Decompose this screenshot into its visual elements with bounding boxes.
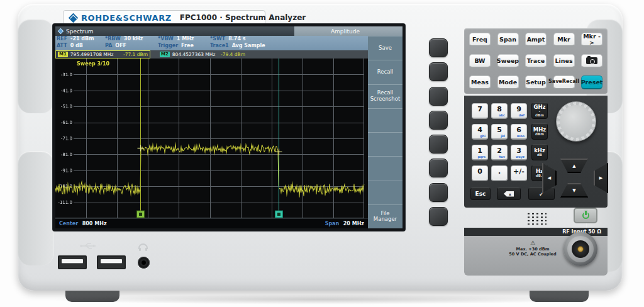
menu-item-save[interactable]: Save	[368, 36, 402, 60]
setting-value: Free	[181, 43, 194, 48]
key-meas[interactable]: Meas	[469, 75, 491, 89]
setting-att: ATT0 dB	[57, 43, 83, 48]
digit-sub-label: ghi	[480, 134, 486, 138]
unit-key-ghz[interactable]: GHz-dBm	[531, 103, 548, 119]
key-mkr-[interactable]: Mkr ->	[581, 33, 602, 47]
center-label: Center	[59, 221, 78, 226]
marker-1-level: -77.1 dBm	[123, 52, 148, 57]
marker-2-level: -79.4 dBm	[221, 52, 245, 57]
backspace-key[interactable]: x	[497, 187, 521, 200]
key-trace[interactable]: Trace	[525, 54, 547, 68]
esc-key-key[interactable]: Esc	[470, 187, 491, 200]
key-line: Recall	[562, 79, 579, 84]
digit-key-2[interactable]: 2tuv	[491, 145, 508, 160]
span-frequency: Span 20 MHz	[325, 221, 364, 226]
unit-key-mhz[interactable]: MHzdBm	[531, 123, 548, 140]
key-preset[interactable]: Preset	[581, 75, 602, 89]
digit-key-9[interactable]: 9def	[511, 103, 527, 119]
usb-port-2[interactable]	[97, 255, 126, 269]
softkey-button-4[interactable]	[429, 111, 448, 130]
setting-label: Trigger	[158, 43, 178, 48]
rf-input-connector[interactable]	[564, 232, 597, 266]
digit-label: 7	[472, 105, 487, 113]
digit-key-6[interactable]: 6mno	[511, 124, 527, 140]
digit-key-plus-minus[interactable]: +/-	[511, 165, 527, 181]
key-line: Save	[548, 79, 562, 84]
headphone-jack[interactable]	[138, 257, 150, 269]
digit-label: 8	[492, 105, 507, 113]
setting-trigger: TriggerFree	[158, 43, 194, 48]
key-lines[interactable]: Lines	[553, 54, 575, 68]
key-mkr[interactable]: Mkr	[553, 33, 575, 47]
setting-value: 30 kHz	[124, 36, 143, 42]
digit-label: 6	[511, 126, 526, 134]
digit-key-0[interactable]: 0	[472, 165, 488, 181]
key-sweep[interactable]: Sweep	[497, 54, 519, 68]
camera-icon	[586, 57, 597, 64]
spectrum-trace-canvas	[55, 59, 368, 218]
setting-value: Avg Sample	[232, 43, 265, 48]
check-key[interactable]: ✓	[528, 187, 555, 200]
digit-key-8[interactable]: 8abc	[491, 103, 508, 119]
key-ampt[interactable]: Ampt	[525, 33, 547, 47]
softkey-button-2[interactable]	[429, 62, 448, 81]
rotary-knob[interactable]	[556, 101, 596, 142]
spectrum-graticule: Sweep 3/10	[55, 59, 368, 218]
setting-value: -21 dBm	[70, 36, 94, 42]
key-freq[interactable]: Freq	[469, 33, 491, 47]
menu-item-recall-screenshot[interactable]: Recall Screenshot	[368, 84, 402, 108]
usb-port-1[interactable]	[58, 255, 87, 269]
arrow-up-icon: ▲	[572, 164, 575, 169]
digit-key-1[interactable]: 1pqrs	[472, 145, 488, 160]
lcd-screen: Spectrum Amplitude REF-21 dBm*RBW30 kHz*…	[55, 26, 402, 228]
digit-key-dot[interactable]: .	[491, 165, 508, 181]
marker-2-readout[interactable]: M2 804.4527363 MHz -79.4 dBm	[158, 50, 247, 59]
menu-item-file-manager[interactable]: File Manager	[368, 204, 402, 228]
softkey-button-6[interactable]	[429, 159, 448, 177]
unit-key-khz[interactable]: kHzdB	[531, 144, 548, 160]
digit-key-5[interactable]: 5jkl	[491, 124, 508, 140]
screen-title-bar: Spectrum Amplitude	[55, 26, 402, 36]
digit-key-4[interactable]: 4ghi	[472, 124, 488, 140]
softkey-button-7[interactable]	[429, 183, 448, 202]
digit-sub-label: tuv	[499, 155, 505, 159]
arrow-down-icon: ▼	[572, 188, 575, 193]
backspace-icon: x	[504, 191, 514, 197]
digit-key-7[interactable]: 7	[472, 103, 488, 119]
digit-key-3[interactable]: 3wxyz	[511, 145, 527, 160]
power-button[interactable]	[574, 208, 597, 223]
bumper-top-left	[18, 19, 54, 113]
setting-label: PA	[105, 43, 112, 48]
camera-key[interactable]	[581, 54, 602, 68]
softkey-button-8[interactable]	[429, 207, 448, 226]
setting-pa: PAOFF	[105, 43, 126, 48]
settings-bar[interactable]: REF-21 dBm*RBW30 kHz*VBW1 MHz*SWT8.74 sA…	[55, 36, 368, 50]
center-frequency: Center 800 MHz	[59, 221, 107, 226]
softkey-button-3[interactable]	[429, 87, 448, 106]
model-and-product: FPC1000 · Spectrum Analyzer	[180, 13, 306, 22]
digit-label: 1	[472, 147, 487, 155]
warning-line-1: Max. +30 dBm	[500, 247, 565, 252]
marker-1-readout[interactable]: M1 795.4991708 MHz -77.1 dBm	[55, 50, 150, 59]
rotary-knob-cap	[560, 105, 592, 138]
menu-item-recall[interactable]: Recall	[368, 60, 402, 84]
setting-value: 0 dB	[70, 43, 83, 48]
key-span[interactable]: Span	[497, 33, 519, 47]
softkey-button-5[interactable]	[429, 135, 448, 154]
setting-vbw: *VBW1 MHz	[158, 36, 194, 42]
digit-sub-label: abc	[499, 113, 505, 117]
softkey-button-1[interactable]	[429, 38, 448, 57]
brand-plate: ROHDE&SCHWARZ FPC1000 · Spectrum Analyze…	[63, 10, 265, 25]
digit-label: 0	[472, 167, 487, 176]
key-bw[interactable]: BW	[469, 54, 491, 68]
key-setup[interactable]: Setup	[525, 75, 547, 89]
active-menu-title: Amplitude	[331, 28, 360, 35]
key-mode[interactable]: Mode	[497, 75, 519, 89]
unit-sub-label: dB	[537, 154, 542, 157]
setting-trace1: Trace1Avg Sample	[210, 43, 265, 48]
unit-label: MHz	[533, 127, 547, 133]
center-value: 800 MHz	[82, 221, 107, 226]
digit-sub-label: mno	[517, 134, 525, 138]
key-save-recall[interactable]: SaveRecall	[553, 75, 575, 89]
drop-shadow	[44, 294, 597, 304]
